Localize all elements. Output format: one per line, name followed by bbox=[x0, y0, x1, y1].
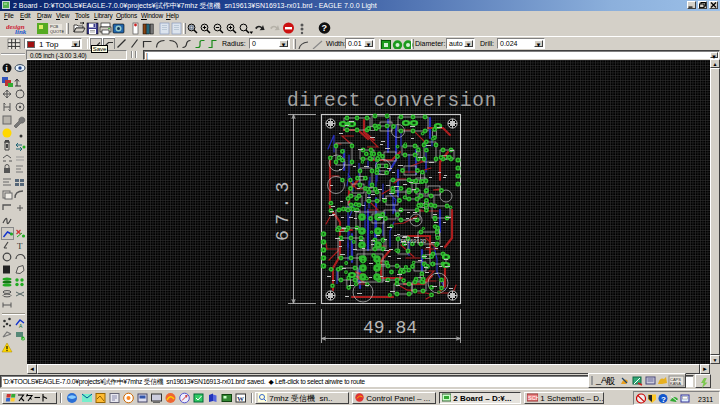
svg-text:A: A bbox=[19, 323, 23, 329]
svg-text:QUOTE: QUOTE bbox=[50, 29, 64, 34]
svg-text:?: ? bbox=[661, 395, 666, 404]
svg-text:direct conversion: direct conversion bbox=[287, 90, 497, 112]
svg-text:SN16913D: SN16913D bbox=[400, 238, 427, 245]
svg-text:49.84: 49.84 bbox=[363, 318, 417, 338]
svg-text:T: T bbox=[17, 241, 23, 251]
svg-text:W: W bbox=[237, 395, 244, 403]
svg-text:link: link bbox=[15, 28, 27, 35]
svg-text:KANA: KANA bbox=[670, 381, 681, 386]
svg-text:SCH: SCH bbox=[528, 395, 538, 401]
svg-text:67.3: 67.3 bbox=[273, 176, 293, 241]
svg-text:?: ? bbox=[322, 23, 328, 33]
